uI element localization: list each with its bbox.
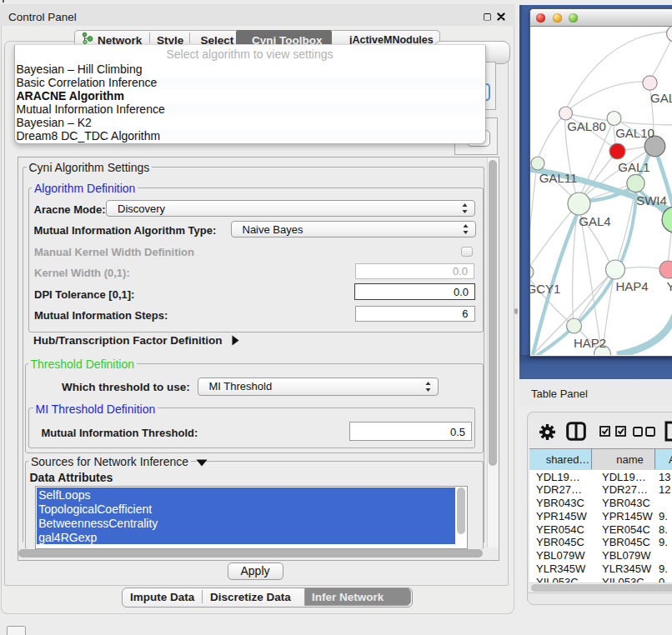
svg-text:HAP4: HAP4 xyxy=(615,278,648,292)
svg-text:GAL80: GAL80 xyxy=(567,119,606,133)
svg-text:SWI4: SWI4 xyxy=(636,193,667,208)
svg-text:HAP2: HAP2 xyxy=(573,336,605,350)
svg-text:GAL11: GAL11 xyxy=(539,171,577,185)
svg-text:GAL10: GAL10 xyxy=(615,125,654,139)
svg-text:GAL1: GAL1 xyxy=(618,160,649,174)
svg-text:YJ: YJ xyxy=(666,278,672,292)
svg-text:GCY1: GCY1 xyxy=(530,281,560,295)
svg-text:GAL2: GAL2 xyxy=(650,90,672,104)
svg-text:GAL4: GAL4 xyxy=(579,214,610,228)
